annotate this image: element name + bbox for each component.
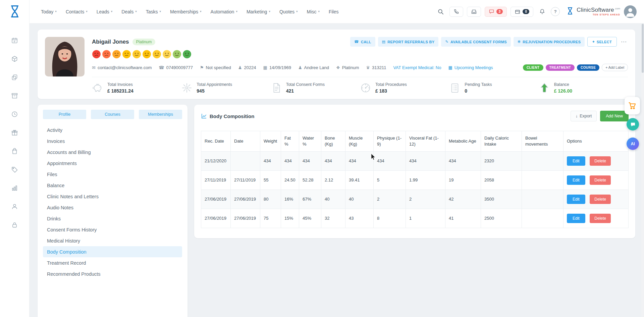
history-icon[interactable] [8, 107, 21, 121]
mood-face-icon[interactable] [142, 50, 151, 59]
menu-item[interactable]: Accounts and Billing [43, 147, 182, 158]
nav-item[interactable]: Today ▾ [41, 9, 57, 14]
chart-icon[interactable] [8, 181, 21, 195]
client-info-item[interactable]: ☎ 07490009777 [159, 65, 193, 70]
menu-item[interactable]: Invoices [43, 136, 182, 147]
mood-face-icon[interactable] [182, 50, 192, 59]
nav-item[interactable]: Quotes ▾ [279, 9, 298, 14]
help-icon[interactable]: ? [551, 7, 560, 16]
calendar-icon[interactable] [8, 34, 21, 47]
search-icon[interactable] [436, 7, 446, 17]
nav-item[interactable]: Tasks ▾ [146, 9, 161, 14]
table-cell: 40 [345, 190, 374, 209]
menu-item[interactable]: Audio Notes [43, 202, 182, 213]
menu-item[interactable]: Activity [43, 124, 182, 136]
mood-face-icon[interactable] [162, 50, 171, 59]
report-referrals-button[interactable]: ▤REPORT REFERRALS BY [378, 37, 439, 47]
archive-icon[interactable] [8, 89, 21, 102]
nav-item[interactable]: Marketing ▾ [247, 9, 270, 14]
client-photo[interactable] [45, 37, 85, 76]
add-label-button[interactable]: + Add Label [602, 64, 628, 71]
nav-item[interactable]: Leads ▾ [97, 9, 113, 14]
chat-button[interactable]: 3 [485, 7, 507, 17]
client-info-item[interactable]: ♟ 20224 [238, 65, 256, 70]
client-info-item[interactable]: ▦ Upcoming Meetings [448, 65, 493, 70]
mood-face-icon[interactable] [92, 50, 101, 59]
menu-item[interactable]: Treatment Record [43, 257, 182, 268]
inbox-button[interactable] [467, 7, 481, 17]
client-info-item[interactable]: ❖ Platinum [336, 65, 359, 70]
nav-item[interactable]: Files [329, 9, 339, 14]
app-logo-icon[interactable] [6, 3, 23, 20]
support-icon[interactable] [8, 200, 21, 213]
nav-item[interactable]: Contacts ▾ [66, 9, 88, 14]
menu-item[interactable]: Medical History [43, 235, 182, 246]
more-options-button[interactable]: ⋯ [620, 38, 628, 45]
edit-button[interactable]: Edit [567, 195, 585, 204]
menu-item[interactable]: Balance [43, 180, 182, 191]
export-button[interactable]: ↓Export [571, 111, 597, 121]
menu-item[interactable]: Appointments [43, 158, 182, 169]
rejuvenation-button[interactable]: ✻REJUVENATION PROCEDURES [514, 37, 585, 47]
edit-button[interactable]: Edit [567, 156, 585, 166]
menu-item[interactable]: Files [43, 169, 182, 180]
mood-face-icon[interactable] [152, 50, 161, 59]
brand-logo[interactable]: ClinicSoftware.com TEN STEPS AHEAD [566, 6, 620, 17]
user-avatar[interactable] [624, 5, 637, 18]
scrollbar-thumb[interactable] [642, 24, 644, 73]
mood-face-icon[interactable] [122, 50, 131, 59]
client-info-item[interactable]: ✉ contact@clinicsoftware.com [92, 65, 152, 70]
client-info-item[interactable]: ♟ Andree Land [298, 65, 329, 70]
delete-button[interactable]: Delete [590, 156, 611, 166]
bell-icon[interactable] [537, 7, 547, 17]
calendar-icon: ▦ [448, 65, 452, 70]
client-info-item[interactable]: ▦ 14/09/1969 [263, 65, 291, 70]
nav-item[interactable]: Memberships ▾ [170, 9, 202, 14]
ai-widget-button[interactable]: AI [627, 138, 639, 150]
tag-icon[interactable] [8, 163, 21, 176]
menu-item[interactable]: Clinic Notes and Letters [43, 191, 182, 202]
mood-face-icon[interactable] [172, 50, 181, 59]
mood-face-icon[interactable] [112, 50, 121, 59]
select-button[interactable]: ⌖SELECT [587, 37, 617, 47]
menu-item[interactable]: Consent Forms History [43, 224, 182, 235]
panel-tab[interactable]: Courses [91, 110, 134, 119]
nav-item[interactable]: Misc ▾ [307, 9, 320, 14]
cart-widget-button[interactable] [625, 97, 640, 114]
gift-icon[interactable] [8, 126, 21, 139]
nav-item[interactable]: Automation ▾ [211, 9, 237, 14]
menu-item[interactable]: Body Composition [43, 246, 182, 257]
table-cell: 39.41 [345, 171, 374, 190]
shopping-bag-icon[interactable] [8, 144, 21, 158]
cube-icon[interactable] [8, 52, 21, 65]
edit-button[interactable]: Edit [567, 214, 585, 223]
menu-item[interactable]: Recommended Products [43, 268, 182, 279]
client-info-item[interactable]: VAT Exempt Medical: No [393, 65, 441, 70]
delete-button[interactable]: Delete [590, 195, 611, 204]
edit-button[interactable]: Edit [567, 175, 585, 185]
mood-face-icon[interactable] [132, 50, 141, 59]
delete-button[interactable]: Delete [590, 175, 611, 185]
call-button[interactable]: ☎CALL [350, 37, 375, 47]
menu-item[interactable]: Drinks [43, 213, 182, 224]
client-info-text: Andree Land [304, 65, 329, 70]
chat-widget-button[interactable] [627, 118, 639, 130]
nav-item[interactable]: Deals ▾ [121, 9, 137, 14]
table-cell-options: Edit Delete [564, 190, 629, 209]
table-cell [231, 152, 260, 171]
panel-tab[interactable]: Profile [43, 110, 86, 119]
lock-icon[interactable] [8, 218, 21, 231]
add-new-button[interactable]: Add New [600, 111, 629, 121]
delete-button[interactable]: Delete [590, 214, 611, 223]
phone-button[interactable] [449, 7, 463, 17]
payments-button[interactable]: 0 [511, 7, 533, 17]
table-cell: 434 [374, 152, 406, 171]
client-info-item[interactable]: ♛ 313211 [366, 65, 386, 70]
copy-icon[interactable] [8, 70, 21, 84]
panel-tab[interactable]: Memberships [139, 110, 182, 119]
consent-forms-button[interactable]: ✎AVAILABLE CONSENT FORMS [441, 37, 511, 47]
menu-item-label: Files [47, 172, 57, 177]
mood-face-icon[interactable] [102, 50, 111, 59]
table-cell: 43 [345, 209, 374, 228]
client-info-item[interactable]: ⚑ Not specified [200, 65, 231, 70]
